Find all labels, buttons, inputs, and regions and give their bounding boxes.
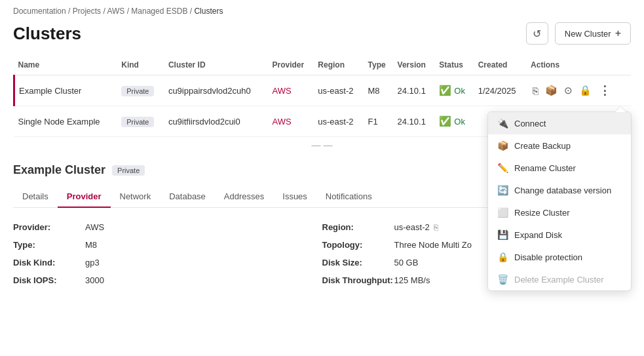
tab-issues[interactable]: Issues bbox=[273, 186, 316, 208]
row1-name: Example Cluster bbox=[14, 75, 118, 106]
details-left-col: Provider: AWS Type: M8 Disk Kind: gp3 Di… bbox=[13, 218, 322, 289]
detail-disk-iops-label: Disk IOPS: bbox=[13, 275, 85, 285]
detail-kind-badge: Private bbox=[112, 165, 145, 176]
menu-item-connect-label: Connect bbox=[514, 119, 546, 129]
copy-action-btn-row1[interactable]: ⎘ bbox=[531, 84, 540, 98]
resize-menu-icon: ⬜ bbox=[497, 207, 508, 218]
row2-type: F1 bbox=[364, 106, 394, 137]
menu-item-resize[interactable]: ⬜ Resize Cluster bbox=[488, 201, 631, 224]
breadcrumb-link-docs[interactable]: Documentation bbox=[13, 7, 66, 16]
refresh-button[interactable]: ↺ bbox=[526, 22, 548, 45]
rename-menu-icon: ✏️ bbox=[497, 163, 508, 173]
tab-notifications[interactable]: Notifications bbox=[316, 186, 381, 208]
breadcrumb-link-esdb[interactable]: Managed ESDB bbox=[131, 7, 187, 16]
breadcrumb-link-aws[interactable]: AWS bbox=[107, 7, 124, 16]
tab-provider[interactable]: Provider bbox=[58, 186, 111, 208]
row2-cluster-id: cu9itfiirsdvlod2cui0 bbox=[164, 106, 269, 137]
detail-row-disk-iops: Disk IOPS: 3000 bbox=[13, 271, 322, 289]
detail-type-label: Type: bbox=[13, 240, 85, 250]
col-created: Created bbox=[474, 55, 527, 75]
detail-cluster-name: Example Cluster bbox=[13, 163, 105, 177]
detail-topology-value: Three Node Multi Zo bbox=[394, 240, 472, 250]
col-actions: Actions bbox=[527, 55, 631, 75]
detail-row-provider: Provider: AWS bbox=[13, 218, 322, 236]
detail-disk-kind-value: gp3 bbox=[85, 258, 100, 267]
col-provider: Provider bbox=[268, 55, 314, 75]
page-title: Clusters bbox=[13, 24, 81, 44]
provider-link-row1[interactable]: AWS bbox=[272, 86, 291, 96]
menu-item-expand-disk[interactable]: 💾 Expand Disk bbox=[488, 224, 631, 246]
menu-item-connect[interactable]: 🔌 Connect bbox=[488, 112, 631, 134]
row2-kind: Private bbox=[117, 106, 164, 137]
menu-item-change-version[interactable]: 🔄 Change database version bbox=[488, 179, 631, 201]
new-cluster-label: New Cluster bbox=[565, 29, 611, 39]
menu-item-delete: 🗑️ Delete Example Cluster bbox=[488, 268, 631, 290]
detail-disk-throughput-label: Disk Throughput: bbox=[322, 275, 394, 285]
tab-database[interactable]: Database bbox=[160, 186, 215, 208]
plus-icon: + bbox=[615, 28, 621, 39]
row1-status-text: Ok bbox=[454, 86, 465, 96]
menu-item-expand-disk-label: Expand Disk bbox=[514, 230, 562, 240]
row1-version: 24.10.1 bbox=[394, 75, 436, 106]
row1-status: ✅ Ok bbox=[435, 75, 474, 106]
col-name: Name bbox=[14, 55, 118, 75]
menu-item-version-label: Change database version bbox=[514, 186, 611, 195]
provider-link-row2[interactable]: AWS bbox=[272, 117, 291, 127]
tab-addresses[interactable]: Addresses bbox=[215, 186, 273, 208]
detail-region-value: us-east-2 ⎘ bbox=[394, 222, 438, 232]
menu-item-backup-label: Create Backup bbox=[514, 141, 571, 151]
new-cluster-button[interactable]: New Cluster + bbox=[555, 22, 631, 45]
region-copy-icon[interactable]: ⎘ bbox=[434, 223, 438, 232]
page-header: Clusters ↺ New Cluster + bbox=[0, 18, 644, 55]
lock-action-btn-row1[interactable]: 🔒 bbox=[577, 83, 594, 98]
tab-network[interactable]: Network bbox=[111, 186, 161, 208]
connect-action-btn-row1[interactable]: ⊙ bbox=[562, 83, 575, 98]
row1-created: 1/24/2025 bbox=[474, 75, 527, 106]
dropdown-menu: 🔌 Connect 📦 Create Backup ✏️ Rename Clus… bbox=[487, 111, 632, 291]
row1-region: us-east-2 bbox=[314, 75, 364, 106]
detail-provider-value: AWS bbox=[85, 222, 104, 232]
breadcrumb-link-projects[interactable]: Projects bbox=[73, 7, 101, 16]
detail-disk-size-label: Disk Size: bbox=[322, 258, 394, 267]
menu-item-rename[interactable]: ✏️ Rename Cluster bbox=[488, 157, 631, 179]
detail-disk-kind-label: Disk Kind: bbox=[13, 258, 85, 267]
detail-disk-throughput-value: 125 MB/s bbox=[394, 275, 430, 285]
row1-type: M8 bbox=[364, 75, 394, 106]
col-cluster-id: Cluster ID bbox=[164, 55, 269, 75]
breadcrumb: Documentation / Projects / AWS / Managed… bbox=[0, 0, 644, 18]
table-row: Example Cluster Private cu9ippairsdvlod2… bbox=[14, 75, 632, 106]
tab-details[interactable]: Details bbox=[13, 186, 58, 208]
backup-action-btn-row1[interactable]: 📦 bbox=[543, 83, 559, 98]
menu-item-rename-label: Rename Cluster bbox=[514, 163, 576, 173]
row2-name: Single Node Example bbox=[14, 106, 118, 137]
row2-status-text: Ok bbox=[454, 117, 465, 127]
col-type: Type bbox=[364, 55, 394, 75]
menu-item-create-backup[interactable]: 📦 Create Backup bbox=[488, 134, 631, 157]
row1-kind: Private bbox=[117, 75, 164, 106]
row2-region: us-east-2 bbox=[314, 106, 364, 137]
detail-disk-size-value: 50 GB bbox=[394, 258, 419, 267]
detail-disk-iops-value: 3000 bbox=[85, 275, 104, 285]
more-actions-btn-row1[interactable]: ⋮ bbox=[596, 82, 613, 99]
menu-item-resize-label: Resize Cluster bbox=[514, 208, 570, 218]
detail-region-label: Region: bbox=[322, 222, 394, 232]
header-actions: ↺ New Cluster + bbox=[526, 22, 631, 45]
connect-menu-icon: 🔌 bbox=[497, 118, 508, 129]
col-status: Status bbox=[435, 55, 474, 75]
detail-row-type: Type: M8 bbox=[13, 236, 322, 254]
row1-cluster-id: cu9ippairsdvlod2cuh0 bbox=[164, 75, 269, 106]
row2-status: ✅ Ok bbox=[435, 106, 474, 137]
col-kind: Kind bbox=[117, 55, 164, 75]
row2-version: 24.10.1 bbox=[394, 106, 436, 137]
menu-item-disable-protection[interactable]: 🔒 Disable protection bbox=[488, 246, 631, 268]
detail-row-disk-kind: Disk Kind: gp3 bbox=[13, 254, 322, 271]
protection-menu-icon: 🔒 bbox=[497, 252, 508, 262]
menu-item-protection-label: Disable protection bbox=[514, 252, 582, 262]
row1-provider: AWS bbox=[268, 75, 314, 106]
version-menu-icon: 🔄 bbox=[497, 185, 508, 195]
detail-topology-label: Topology: bbox=[322, 240, 394, 250]
detail-provider-label: Provider: bbox=[13, 222, 85, 232]
dropdown-arrow bbox=[615, 107, 626, 112]
row2-provider: AWS bbox=[268, 106, 314, 137]
status-ok-icon: ✅ bbox=[439, 85, 451, 96]
